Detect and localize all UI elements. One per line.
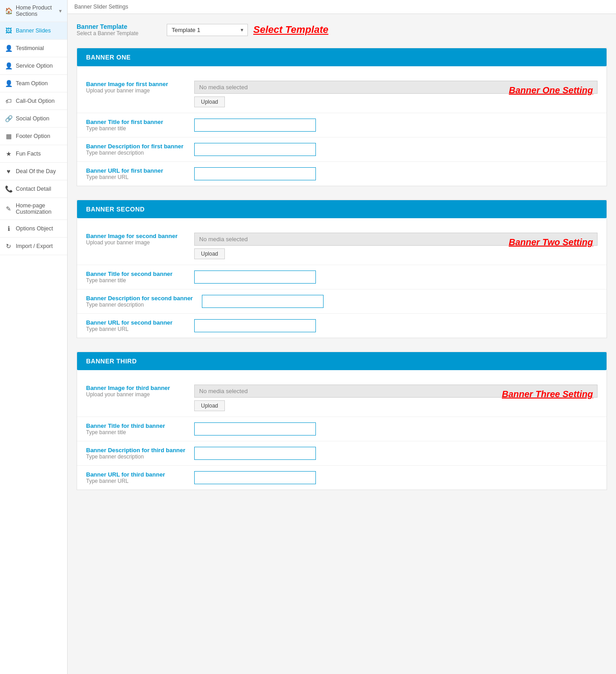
sidebar-item-homepage-customization[interactable]: ✎Home-page Customization [0, 198, 67, 220]
sidebar-item-label: Testimonial [16, 45, 63, 51]
field-title-banner3-image: Banner Image for third banner [86, 385, 185, 391]
banner-setting-label-1: Banner One Setting [509, 85, 593, 96]
field-title-banner2-description: Banner Description for second banner [86, 295, 193, 302]
sidebar-item-team-option[interactable]: 👤Team Option [0, 75, 67, 92]
field-title-banner1-url: Banner URL for first banner [86, 167, 185, 174]
banner-setting-label-2: Banner Two Setting [509, 237, 593, 248]
sidebar: 🏠Home Product Sections▼🖼Banner Slides👤Te… [0, 0, 68, 674]
banner-section-3: BANNER THIRDBanner Image for third banne… [77, 352, 607, 490]
sidebar-item-service-option[interactable]: 👤Service Option [0, 57, 67, 75]
field-row-banner1-description: Banner Description for first bannerType … [77, 138, 607, 162]
field-label-group-banner3-url: Banner URL for third bannerType banner U… [86, 471, 194, 484]
field-label-group-banner1-image: Banner Image for first bannerUpload your… [86, 81, 194, 94]
field-control-banner3-image: No media selectedUploadBanner Three Sett… [194, 385, 598, 411]
sidebar-item-label: Footer Option [16, 133, 63, 139]
sidebar-item-deal-of-the-day[interactable]: ♥Deal Of the Day [0, 163, 67, 180]
field-title-banner1-image: Banner Image for first banner [86, 81, 185, 87]
image-icon: 🖼 [5, 27, 13, 35]
link-icon: 🔗 [5, 115, 13, 123]
text-input-banner3-description[interactable] [194, 447, 316, 460]
upload-button-banner2-image[interactable]: Upload [194, 248, 225, 259]
text-input-banner1-title[interactable] [194, 119, 316, 132]
field-hint-banner2-description: Type banner description [86, 302, 193, 308]
sidebar-item-label: Home-page Customization [16, 202, 63, 215]
field-title-banner3-description: Banner Description for third banner [86, 447, 185, 454]
field-title-banner1-description: Banner Description for first banner [86, 143, 185, 150]
template-title: Banner Template [77, 23, 167, 30]
select-template-label: Select Template [253, 24, 329, 36]
sidebar-item-label: Deal Of the Day [16, 168, 63, 174]
field-row-banner2-image: Banner Image for second bannerUpload you… [77, 227, 607, 265]
field-hint-banner3-description: Type banner description [86, 454, 185, 460]
text-input-banner3-title[interactable] [194, 422, 316, 436]
field-control-banner1-description [194, 143, 598, 156]
upload-button-banner3-image[interactable]: Upload [194, 400, 225, 411]
field-title-banner2-image: Banner Image for second banner [86, 233, 185, 239]
home-icon: 🏠 [5, 7, 13, 15]
field-title-banner2-url: Banner URL for second banner [86, 319, 185, 326]
field-control-banner1-title [194, 119, 598, 132]
upload-button-banner1-image[interactable]: Upload [194, 96, 225, 107]
sidebar-item-import-export[interactable]: ↻Import / Export [0, 238, 67, 255]
sidebar-item-label: Banner Slides [16, 28, 63, 34]
text-input-banner3-url[interactable] [194, 471, 316, 484]
field-title-banner2-title: Banner Title for second banner [86, 271, 185, 277]
grid-icon: ▦ [5, 132, 13, 140]
sidebar-item-call-out-option[interactable]: 🏷Call-Out Option [0, 92, 67, 110]
field-hint-banner2-url: Type banner URL [86, 326, 185, 332]
field-control-banner2-title [194, 271, 598, 284]
field-row-banner3-image: Banner Image for third bannerUpload your… [77, 379, 607, 417]
field-label-group-banner3-image: Banner Image for third bannerUpload your… [86, 385, 194, 398]
field-control-banner3-description [194, 447, 598, 460]
field-row-banner1-url: Banner URL for first bannerType banner U… [77, 162, 607, 186]
banner-section-1: BANNER ONEBanner Image for first bannerU… [77, 48, 607, 186]
phone-icon: 📞 [5, 185, 13, 193]
template-select-wrap: Template 1Template 2Template 3 ▼ Select … [167, 24, 329, 36]
sidebar-item-label: Fun Facts [16, 151, 63, 157]
field-label-group-banner1-title: Banner Title for first bannerType banner… [86, 119, 194, 132]
field-hint-banner3-url: Type banner URL [86, 478, 185, 484]
sidebar-item-banner-slides[interactable]: 🖼Banner Slides [0, 22, 67, 40]
sidebar-item-label: Team Option [16, 80, 63, 87]
sidebar-item-footer-option[interactable]: ▦Footer Option [0, 128, 67, 145]
info-icon: ℹ [5, 225, 13, 233]
field-label-group-banner2-image: Banner Image for second bannerUpload you… [86, 233, 194, 246]
sidebar-item-contact-detail[interactable]: 📞Contact Detail [0, 180, 67, 198]
sidebar-item-label: Home Product Sections [16, 5, 58, 17]
sidebar-item-testimonial[interactable]: 👤Testimonial [0, 40, 67, 57]
template-select[interactable]: Template 1Template 2Template 3 [167, 24, 248, 36]
content-area: Banner Template Select a Banner Template… [68, 14, 616, 513]
text-input-banner1-url[interactable] [194, 167, 316, 180]
field-row-banner3-title: Banner Title for third bannerType banner… [77, 417, 607, 441]
field-control-banner2-description [202, 295, 598, 308]
field-label-group-banner1-url: Banner URL for first bannerType banner U… [86, 167, 194, 180]
field-hint-banner1-url: Type banner URL [86, 174, 185, 180]
text-input-banner2-description[interactable] [202, 295, 324, 308]
sidebar-item-label: Call-Out Option [16, 98, 63, 104]
text-input-banner2-title[interactable] [194, 271, 316, 284]
sidebar-item-fun-facts[interactable]: ★Fun Facts [0, 145, 67, 163]
banner-section-header-2: BANNER SECOND [77, 200, 607, 218]
banner-setting-label-3: Banner Three Setting [502, 389, 593, 399]
field-title-banner3-url: Banner URL for third banner [86, 471, 185, 478]
sidebar-item-options-object[interactable]: ℹOptions Object [0, 220, 67, 238]
template-subtitle: Select a Banner Template [77, 30, 167, 37]
text-input-banner1-description[interactable] [194, 143, 316, 156]
field-control-banner1-url [194, 167, 598, 180]
banners-container: BANNER ONEBanner Image for first bannerU… [77, 48, 607, 490]
sidebar-item-home-product-sections[interactable]: 🏠Home Product Sections▼ [0, 0, 67, 22]
field-row-banner1-image: Banner Image for first bannerUpload your… [77, 75, 607, 113]
banner-section-header-1: BANNER ONE [77, 48, 607, 66]
field-hint-banner3-title: Type banner title [86, 429, 185, 436]
field-title-banner3-title: Banner Title for third banner [86, 422, 185, 429]
field-hint-banner2-image: Upload your banner image [86, 239, 185, 246]
template-label-group: Banner Template Select a Banner Template [77, 23, 167, 37]
field-hint-banner3-image: Upload your banner image [86, 391, 185, 398]
text-input-banner2-url[interactable] [194, 319, 316, 332]
sidebar-item-social-option[interactable]: 🔗Social Option [0, 110, 67, 128]
field-row-banner2-url: Banner URL for second bannerType banner … [77, 314, 607, 338]
banner-section-header-3: BANNER THIRD [77, 352, 607, 370]
tag-icon: 🏷 [5, 97, 13, 105]
field-control-banner2-url [194, 319, 598, 332]
sidebar-item-label: Import / Export [16, 243, 63, 249]
